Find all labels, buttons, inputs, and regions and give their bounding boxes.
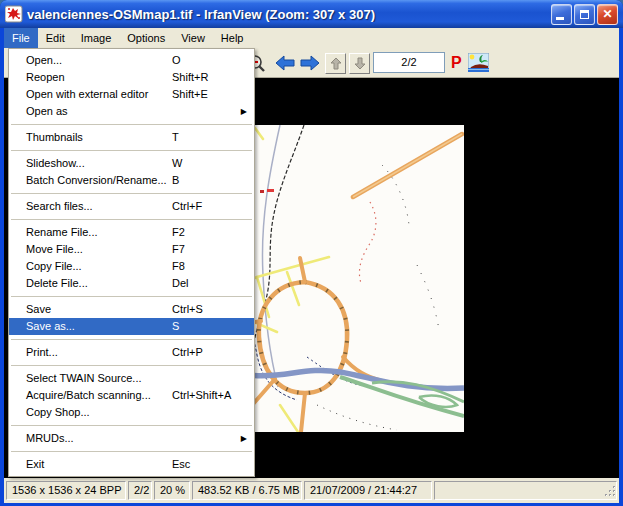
page-down-button[interactable] — [349, 53, 370, 74]
menu-separator — [11, 339, 252, 340]
menu-item-select-twain-source[interactable]: Select TWAIN Source... — [9, 370, 254, 387]
menu-item-label: Open as — [26, 103, 68, 120]
submenu-arrow-icon: ▶ — [241, 430, 247, 447]
menu-item-label: Save as... — [26, 318, 75, 335]
menu-separator — [11, 150, 252, 151]
image-thumbnail-icon[interactable] — [468, 53, 489, 76]
minimize-button[interactable] — [551, 4, 572, 25]
minimize-icon — [556, 17, 564, 20]
menu-item-shortcut: Esc — [172, 456, 190, 473]
menu-item-label: Reopen — [26, 69, 65, 86]
menubar: FileEditImageOptionsViewHelp — [4, 28, 619, 48]
menu-item-label: MRUDs... — [26, 430, 74, 447]
menu-separator — [11, 451, 252, 452]
menu-item-label: Rename File... — [26, 224, 98, 241]
menu-item-shortcut: S — [172, 318, 179, 335]
menu-item-label: Acquire/Batch scanning... — [26, 387, 151, 404]
menubar-item-help[interactable]: Help — [213, 28, 252, 48]
menu-item-label: Batch Conversion/Rename... — [26, 172, 167, 189]
menu-item-shortcut: B — [172, 172, 179, 189]
menu-item-search-files[interactable]: Search files...Ctrl+F — [9, 198, 254, 215]
resize-grip[interactable] — [604, 485, 617, 500]
menu-separator — [11, 365, 252, 366]
menu-separator — [11, 193, 252, 194]
menu-item-shortcut: F7 — [172, 241, 185, 258]
menubar-item-file[interactable]: File — [4, 28, 38, 48]
titlebar[interactable]: valenciennes-OSMmap1.tif - IrfanView (Zo… — [0, 0, 623, 28]
menu-item-exit[interactable]: ExitEsc — [9, 456, 254, 473]
submenu-arrow-icon: ▶ — [241, 103, 247, 120]
menu-item-label: Select TWAIN Source... — [26, 370, 142, 387]
menu-item-shortcut: Shift+E — [172, 86, 208, 103]
menu-item-label: Open with external editor — [26, 86, 148, 103]
menubar-item-view[interactable]: View — [173, 28, 213, 48]
menu-item-label: Delete File... — [26, 275, 88, 292]
maximize-button[interactable] — [574, 4, 595, 25]
menu-item-acquire-batch-scanning[interactable]: Acquire/Batch scanning...Ctrl+Shift+A — [9, 387, 254, 404]
page-number-input[interactable]: 2/2 — [373, 52, 445, 73]
menu-item-label: Save — [26, 301, 51, 318]
menu-item-label: Move File... — [26, 241, 83, 258]
menu-item-open-as[interactable]: Open as▶ — [9, 103, 254, 120]
menu-item-shortcut: Ctrl+F — [172, 198, 202, 215]
menu-item-label: Exit — [26, 456, 44, 473]
menubar-item-image[interactable]: Image — [73, 28, 120, 48]
menu-item-copy-shop[interactable]: Copy Shop... — [9, 404, 254, 421]
menubar-item-options[interactable]: Options — [119, 28, 173, 48]
page-up-button[interactable] — [325, 53, 346, 74]
irfanview-app-icon[interactable] — [5, 5, 23, 23]
menu-item-reopen[interactable]: ReopenShift+R — [9, 69, 254, 86]
menubar-item-edit[interactable]: Edit — [38, 28, 73, 48]
menu-item-save-as[interactable]: Save as...S — [9, 318, 254, 335]
menu-item-label: Open... — [26, 52, 62, 69]
menu-item-rename-file[interactable]: Rename File...F2 — [9, 224, 254, 241]
status-page: 2/2 — [128, 481, 152, 500]
menu-item-batch-conversion-rename[interactable]: Batch Conversion/Rename...B — [9, 172, 254, 189]
window-title: valenciennes-OSMmap1.tif - IrfanView (Zo… — [27, 7, 551, 22]
menu-item-shortcut: T — [172, 129, 179, 146]
menu-item-shortcut: Ctrl+P — [172, 344, 203, 361]
menu-item-mruds[interactable]: MRUDs...▶ — [9, 430, 254, 447]
file-menu-panel: Open...OReopenShift+ROpen with external … — [8, 48, 255, 477]
status-spare — [434, 481, 617, 500]
menu-item-shortcut: Shift+R — [172, 69, 208, 86]
menu-item-open-with-external-editor[interactable]: Open with external editorShift+E — [9, 86, 254, 103]
irfanview-window: valenciennes-OSMmap1.tif - IrfanView (Zo… — [0, 0, 623, 506]
menu-item-shortcut: Del — [172, 275, 189, 292]
maximize-icon — [580, 10, 589, 19]
close-icon: ✕ — [602, 8, 612, 20]
next-image-icon[interactable] — [300, 55, 320, 75]
menu-item-move-file[interactable]: Move File...F7 — [9, 241, 254, 258]
menu-item-copy-file[interactable]: Copy File...F8 — [9, 258, 254, 275]
menu-item-label: Copy Shop... — [26, 404, 90, 421]
menu-item-shortcut: W — [172, 155, 182, 172]
menu-item-shortcut: Ctrl+Shift+A — [172, 387, 231, 404]
menu-item-open[interactable]: Open...O — [9, 52, 254, 69]
status-zoom: 20 % — [154, 481, 190, 500]
menu-item-label: Slideshow... — [26, 155, 85, 172]
menu-item-shortcut: Ctrl+S — [172, 301, 203, 318]
menu-item-delete-file[interactable]: Delete File...Del — [9, 275, 254, 292]
menu-separator — [11, 296, 252, 297]
menu-separator — [11, 124, 252, 125]
menu-separator — [11, 219, 252, 220]
menu-item-save[interactable]: SaveCtrl+S — [9, 301, 254, 318]
statusbar: 1536 x 1536 x 24 BPP2/220 %483.52 KB / 6… — [4, 478, 619, 503]
status-dimensions: 1536 x 1536 x 24 BPP — [6, 481, 126, 500]
status-datetime: 21/07/2009 / 21:44:27 — [304, 481, 432, 500]
close-button[interactable]: ✕ — [597, 4, 618, 25]
menu-item-slideshow[interactable]: Slideshow...W — [9, 155, 254, 172]
menu-item-shortcut: F2 — [172, 224, 185, 241]
status-filesize: 483.52 KB / 6.75 MB — [192, 481, 302, 500]
menu-item-print[interactable]: Print...Ctrl+P — [9, 344, 254, 361]
p-icon[interactable]: P — [451, 52, 462, 73]
menu-item-label: Print... — [26, 344, 58, 361]
previous-image-icon[interactable] — [275, 55, 295, 75]
menu-item-label: Copy File... — [26, 258, 82, 275]
menu-separator — [11, 425, 252, 426]
menu-item-shortcut: O — [172, 52, 181, 69]
menu-item-label: Search files... — [26, 198, 93, 215]
menu-item-shortcut: F8 — [172, 258, 185, 275]
menu-item-thumbnails[interactable]: ThumbnailsT — [9, 129, 254, 146]
menu-item-label: Thumbnails — [26, 129, 83, 146]
